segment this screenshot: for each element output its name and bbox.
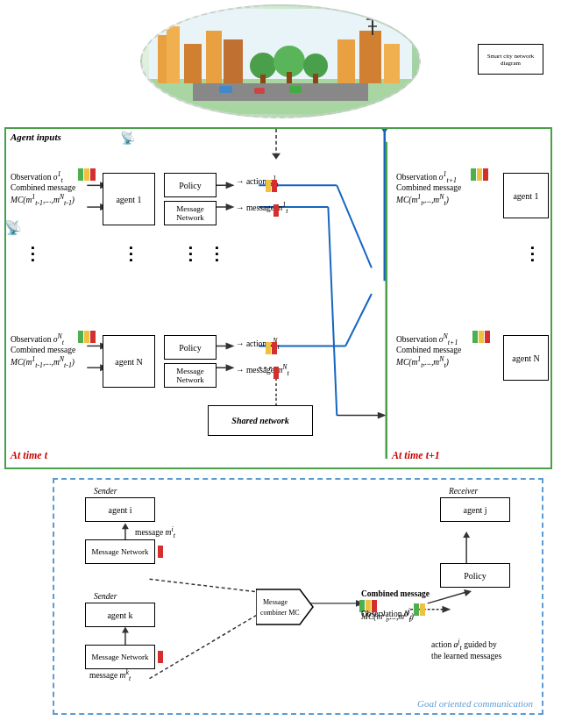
svg-marker-40: [378, 412, 387, 419]
obsN-bars: [78, 331, 96, 343]
combinedN-notation: MC(m1t-1,...,mNt-1): [11, 355, 75, 369]
obs-right-bars: [414, 603, 426, 616]
sender1-label: Sender: [94, 487, 117, 496]
msgN-label: → message mNt: [236, 363, 289, 377]
combinedN-right-label: Combined message: [396, 346, 461, 354]
msg-i-label: message mit: [135, 525, 175, 539]
svg-marker-70: [463, 532, 470, 538]
agent-inputs-label: Agent inputs: [11, 132, 61, 142]
svg-rect-16: [384, 44, 400, 83]
agentN-right-box: agent N: [503, 335, 549, 381]
dots4: ⋮: [208, 243, 222, 264]
agent-i-box: agent i: [85, 497, 155, 522]
time-t1-label: At time t+1: [392, 449, 440, 462]
svg-rect-6: [206, 31, 222, 83]
msgnet1-box: Message Network: [164, 201, 217, 225]
msg-k-label: message mkt: [89, 668, 131, 682]
central-controller-box: Smart city network diagram: [478, 44, 543, 75]
dots-right1: ⋮: [523, 243, 537, 264]
svg-marker-75: [256, 589, 313, 625]
combined1-label: Combined message: [11, 183, 75, 192]
svg-rect-9: [260, 75, 266, 83]
svg-text:combiner MC: combiner MC: [260, 609, 300, 617]
svg-rect-14: [337, 39, 355, 83]
svg-marker-74: [443, 606, 451, 613]
policy-right-box: Policy: [440, 563, 510, 588]
svg-marker-28: [226, 203, 235, 211]
svg-marker-24: [272, 153, 280, 160]
svg-line-71: [428, 592, 466, 603]
dots1: ⋮: [24, 243, 38, 264]
time-t-label: At time t: [11, 449, 47, 462]
dots2: ⋮: [122, 243, 136, 264]
agent1-box: agent 1: [103, 173, 155, 225]
svg-line-36: [328, 207, 337, 416]
sender2-label: Sender: [94, 592, 117, 601]
svg-marker-72: [464, 589, 472, 596]
msgN-bars: [273, 367, 280, 379]
agent-j-box: agent j: [440, 497, 510, 522]
top-diagram: Agent inputs Observation o1t Combined me…: [4, 127, 552, 469]
obs1-bars: [78, 168, 96, 181]
obsN-label: Observation oNt: [11, 332, 64, 346]
svg-rect-22: [289, 86, 302, 93]
obs1-right-label: Observation o1t+1: [396, 170, 457, 184]
combined1-right-label: Combined message: [396, 183, 461, 192]
antenna-left-icon: 📡: [4, 219, 22, 236]
svg-marker-58: [122, 523, 129, 529]
city-image: [140, 4, 421, 118]
actionN-bars: [266, 342, 278, 354]
svg-rect-21: [254, 88, 265, 94]
svg-line-34: [337, 185, 372, 268]
msg-i-bars: [158, 546, 164, 558]
msg1-bars: [273, 204, 280, 217]
combined1-right-notation: MC(m1t,...,mNt): [396, 193, 449, 207]
msg-k-bars: [158, 651, 164, 663]
msgnet-k-box: Message Network: [85, 645, 155, 669]
svg-rect-11: [287, 72, 292, 83]
combined1-notation: MC(m1t-1,...,mNt-1): [11, 193, 75, 207]
agent-k-box: agent k: [85, 603, 155, 627]
obs1-right-bars: [471, 168, 489, 181]
dots3: ⋮: [181, 243, 195, 264]
svg-marker-44: [380, 129, 389, 133]
svg-line-64: [150, 614, 259, 679]
svg-rect-4: [167, 26, 180, 83]
svg-rect-5: [184, 44, 202, 83]
svg-rect-13: [313, 74, 318, 83]
goal-oriented-label: Goal oriented communication: [417, 698, 533, 709]
obs1-label: Observation o1t: [11, 170, 63, 184]
combined-output-label: Combined message: [361, 589, 430, 598]
policyN-box: Policy: [164, 335, 217, 360]
svg-marker-32: [226, 364, 235, 371]
svg-line-62: [150, 579, 259, 592]
message-combiner: Message combiner MC: [256, 585, 317, 631]
svg-text:Message: Message: [263, 598, 288, 606]
svg-line-38: [345, 294, 372, 346]
combinedN-label: Combined message: [11, 346, 75, 354]
svg-rect-2: [193, 83, 368, 101]
bottom-diagram: Sender agent i message mit Message Netwo…: [53, 478, 543, 715]
obsN-right-bars: [472, 331, 491, 343]
antenna-icon-left: 📡: [120, 131, 135, 146]
svg-rect-15: [359, 31, 381, 83]
policy1-box: Policy: [164, 173, 217, 197]
action-right-label: action ajt guided bythe learned messages: [431, 638, 501, 660]
action1-bars: [266, 180, 278, 192]
svg-marker-26: [226, 182, 235, 189]
receiver-label: Receiver: [449, 487, 478, 496]
msgnetN-box: Message Network: [164, 363, 217, 388]
msgnet-i-box: Message Network: [85, 539, 155, 564]
agentN-box: agent N: [103, 335, 155, 388]
shared-network-box: Shared network: [208, 405, 313, 436]
svg-rect-7: [224, 39, 243, 83]
obs-right-label: Observation ojt: [361, 607, 412, 621]
obsN-right-label: Observation oNt+1: [396, 332, 458, 346]
svg-marker-61: [122, 626, 129, 632]
svg-marker-30: [226, 342, 235, 349]
agent1-right-box: agent 1: [503, 173, 549, 218]
svg-rect-20: [219, 86, 232, 93]
combinedN-right-notation: MC(m1t,...,mNt): [396, 355, 449, 369]
msg1-label: → message m1t: [236, 201, 288, 215]
